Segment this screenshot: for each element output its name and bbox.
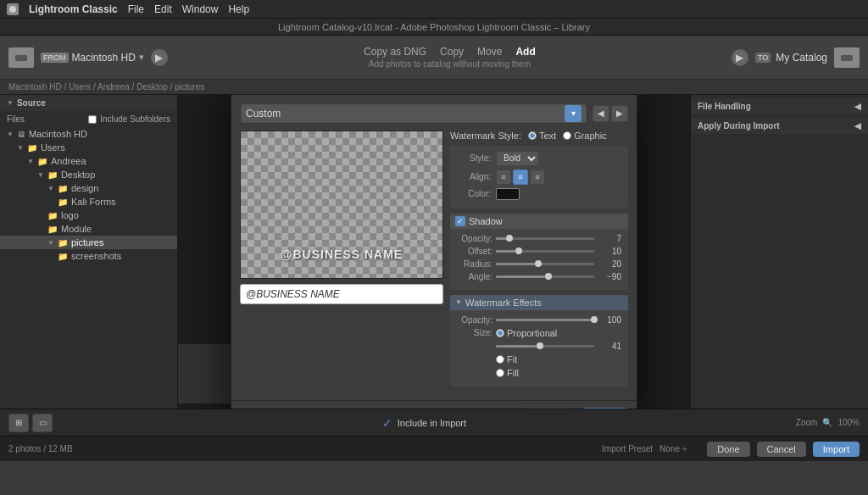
cancel-button[interactable]: Cancel xyxy=(520,408,575,409)
shadow-opacity-label: Opacity: xyxy=(457,234,492,243)
sidebar-item-pictures[interactable]: ▼ 📁 pictures xyxy=(0,236,177,249)
modal-footer: Cancel Save xyxy=(231,400,637,409)
fit-text: Fit xyxy=(507,354,517,364)
fill-label[interactable]: Fill xyxy=(496,368,519,378)
style-graphic-radio[interactable] xyxy=(563,131,571,140)
shadow-checkbox[interactable]: ✓ xyxy=(455,216,465,226)
modal-columns: @BUSINESS NAME Watermark Style: xyxy=(240,131,628,392)
align-right-button[interactable]: ≡ xyxy=(530,170,545,185)
grid-view-button[interactable]: ⊞ xyxy=(8,414,29,432)
checkmark-icon: ✓ xyxy=(382,416,392,430)
menu-item-window[interactable]: Window xyxy=(182,3,219,15)
align-label: Align: xyxy=(457,172,491,181)
text-style-label: Style: xyxy=(457,153,491,163)
effects-opacity-slider[interactable] xyxy=(496,319,594,321)
source-hd-icon xyxy=(8,47,34,68)
style-text-label[interactable]: Text xyxy=(528,131,556,141)
zoom-icon-minus[interactable]: 🔍 xyxy=(822,418,832,427)
sidebar-item-label-screenshots: screenshots xyxy=(71,251,121,261)
right-panel: File Handling ◀ Apply During Import ◀ xyxy=(690,95,868,409)
menu-item-help[interactable]: Help xyxy=(228,3,249,15)
effects-header[interactable]: ▼ Watermark Effects xyxy=(450,295,628,310)
shadow-radius-value: 20 xyxy=(598,259,621,269)
modal-body: Custom ▾ ◀ ▶ xyxy=(231,95,637,400)
sidebar-item-module[interactable]: 📁 Module xyxy=(0,222,177,236)
sidebar-item-andreea[interactable]: ▼ 📁 Andreea xyxy=(0,154,177,168)
sidebar-source-header[interactable]: ▼ Source xyxy=(0,95,177,111)
shadow-opacity-slider[interactable] xyxy=(496,237,594,240)
size-slider[interactable] xyxy=(496,345,594,348)
sidebar-item-label-module: Module xyxy=(61,224,92,234)
color-swatch[interactable] xyxy=(496,188,520,200)
effects-opacity-value: 100 xyxy=(598,315,621,325)
sidebar-source-label: Source xyxy=(17,98,46,108)
sidebar-item-kali-forms[interactable]: 📁 Kali Forms xyxy=(0,195,177,209)
preview-canvas: @BUSINESS NAME xyxy=(240,131,443,279)
include-subfolders-label[interactable]: Include Subfolders xyxy=(88,114,170,124)
sidebar-item-logo[interactable]: 📁 logo xyxy=(0,209,177,222)
shadow-angle-slider[interactable] xyxy=(496,275,594,278)
menu-item-app[interactable]: Lightroom Classic xyxy=(29,3,118,15)
prev-arrow-button[interactable]: ◀ xyxy=(593,105,609,122)
option-copy-dng[interactable]: Copy as DNG xyxy=(364,46,426,58)
menu-item-edit[interactable]: Edit xyxy=(154,3,172,15)
watermark-style-label: Watermark Style: xyxy=(450,131,521,141)
proportional-radio[interactable] xyxy=(496,329,504,337)
shadow-offset-slider[interactable] xyxy=(496,250,594,253)
sidebar-item-design[interactable]: ▼ 📁 design xyxy=(0,181,177,195)
include-subfolders-checkbox[interactable] xyxy=(88,115,97,124)
sidebar-item-label-andreea: Andreea xyxy=(51,156,86,166)
text-style-select[interactable]: Bold xyxy=(496,151,539,166)
sidebar-item-desktop[interactable]: ▼ 📁 Desktop xyxy=(0,168,177,181)
text-options-body: Style: Bold Align: ≡ xyxy=(450,146,628,209)
include-in-import-label: Include in Import xyxy=(398,418,466,428)
source-name: Macintosh HD xyxy=(72,52,136,64)
done-button[interactable]: Done xyxy=(707,442,749,457)
menu-item-file[interactable]: File xyxy=(128,3,144,15)
style-text-option: Text xyxy=(539,131,556,141)
folder-icon-module: 📁 xyxy=(47,225,58,234)
include-subfolders-text: Include Subfolders xyxy=(100,114,170,124)
folder-icon-users: 📁 xyxy=(27,143,37,153)
preset-select[interactable]: Custom ▾ xyxy=(240,103,587,124)
option-move[interactable]: Move xyxy=(477,46,502,58)
style-graphic-label[interactable]: Graphic xyxy=(563,131,607,141)
folder-icon-design: 📁 xyxy=(58,184,68,193)
shadow-header[interactable]: ✓ Shadow xyxy=(450,214,628,229)
file-handling-header[interactable]: File Handling ◀ xyxy=(691,98,868,114)
apply-during-import-label: Apply During Import xyxy=(698,121,780,131)
save-button[interactable]: Save xyxy=(581,408,628,409)
align-buttons: ≡ ≡ ≡ xyxy=(496,170,545,185)
fill-radio[interactable] xyxy=(496,369,504,377)
loupe-view-button[interactable]: ▭ xyxy=(32,414,53,432)
align-center-button[interactable]: ≡ xyxy=(513,170,528,185)
preset-select-value: Custom xyxy=(246,108,281,120)
to-label: TO xyxy=(755,53,771,63)
option-add[interactable]: Add xyxy=(515,46,535,58)
option-copy[interactable]: Copy xyxy=(440,46,464,58)
size-value: 41 xyxy=(598,342,621,351)
cancel-action-button[interactable]: Cancel xyxy=(757,442,806,457)
style-text-radio[interactable] xyxy=(528,131,537,140)
source-dropdown-arrow[interactable]: ▾ xyxy=(139,52,144,63)
sidebar-macintosh-hd[interactable]: ▼ 🖥 Macintosh HD xyxy=(0,127,177,141)
dest-arrow-button[interactable]: ▶ xyxy=(732,49,748,66)
preset-select-arrow[interactable]: ▾ xyxy=(565,105,581,122)
next-arrow-button[interactable]: ▶ xyxy=(611,105,628,122)
shadow-radius-slider[interactable] xyxy=(496,263,594,265)
size-slider-row: 41 xyxy=(457,342,621,351)
watermark-text-input[interactable] xyxy=(240,284,443,304)
sidebar-item-users[interactable]: ▼ 📁 Users xyxy=(0,141,177,154)
sidebar-item-screenshots[interactable]: 📁 screenshots xyxy=(0,249,177,263)
align-left-button[interactable]: ≡ xyxy=(496,170,511,185)
import-button[interactable]: Import xyxy=(813,442,860,457)
source-arrow-button[interactable]: ▶ xyxy=(151,49,168,66)
apply-during-import-header[interactable]: Apply During Import ◀ xyxy=(691,118,868,134)
action-buttons: Done Cancel Import xyxy=(707,442,860,457)
import-preset-value[interactable]: None ÷ xyxy=(659,444,687,453)
file-handling-label: File Handling xyxy=(698,102,751,111)
proportional-label[interactable]: Proportional xyxy=(496,328,557,338)
sidebar-top-row: Files Include Subfolders xyxy=(0,111,177,127)
fit-label[interactable]: Fit xyxy=(496,354,517,364)
fit-radio[interactable] xyxy=(496,355,504,364)
